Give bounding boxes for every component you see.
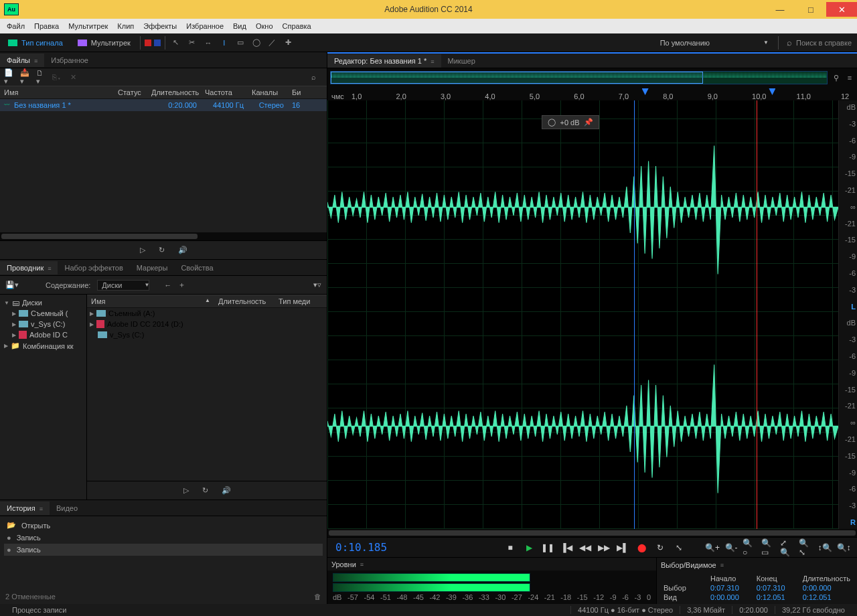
time-select-tool-icon[interactable]: I (216, 35, 232, 51)
search-files-icon[interactable]: ⌕ (311, 73, 316, 81)
record-button[interactable]: ⬤ (633, 540, 649, 555)
brush-tool-icon[interactable]: ／ (264, 35, 281, 51)
sel-end[interactable]: 0:07.310 (757, 584, 796, 592)
menu-file[interactable]: Файл (3, 20, 29, 32)
view-end[interactable]: 0:12.051 (757, 593, 796, 601)
marquee-tool-icon[interactable]: ▭ (232, 35, 248, 51)
mode-waveform[interactable]: Тип сигнала (1, 36, 70, 50)
zoom-full-icon[interactable]: 🔍○ (742, 540, 758, 555)
tab-levels[interactable]: Уровни (331, 560, 356, 568)
tab-markers[interactable]: Маркеры (130, 261, 175, 275)
lasso-tool-icon[interactable]: ◯ (248, 35, 264, 51)
spectral-freq-icon[interactable] (145, 40, 151, 46)
slip-tool-icon[interactable]: ↔ (200, 35, 216, 51)
sel-dur[interactable]: 0:00.000 (803, 584, 850, 592)
help-search[interactable]: ⌕Поиск в справке (781, 37, 857, 48)
skip-selection-button[interactable]: ⤡ (671, 540, 687, 555)
files-scrollbar[interactable] (0, 232, 327, 240)
next-button[interactable]: ▶▌ (615, 540, 631, 555)
maximize-button[interactable]: □ (795, 2, 826, 17)
tab-video[interactable]: Видео (50, 502, 84, 515)
list-item[interactable]: ▶Съемный (A:) (87, 308, 327, 319)
col-duration[interactable]: Длительность (214, 297, 275, 305)
zoom-out-icon[interactable]: 🔍- (723, 540, 739, 555)
tab-effect-rack[interactable]: Набор эффектов (58, 261, 129, 275)
nav-up-icon[interactable]: ＋ (178, 280, 185, 290)
preview-play-icon[interactable]: ▷ (140, 246, 145, 254)
pause-button[interactable]: ❚❚ (540, 540, 556, 555)
zoom-vert-out-icon[interactable]: 🔍↕ (836, 540, 852, 555)
col-bits[interactable]: Би (288, 88, 305, 96)
open-file-icon[interactable]: 📄▾ (4, 72, 13, 82)
close-button[interactable]: ✕ (826, 2, 857, 17)
tree-item[interactable]: ▶Съемный ( (1, 308, 85, 319)
preview-loop-icon[interactable]: ↻ (159, 246, 165, 254)
preview-play-icon[interactable]: ▷ (183, 486, 189, 495)
save-shortcut-icon[interactable]: 💾▾ (5, 281, 19, 289)
tree-item[interactable]: ▼🖴 Диски (1, 297, 85, 308)
zoom-out-point-icon[interactable]: 🔍⤡ (798, 540, 814, 555)
heal-tool-icon[interactable]: ✚ (281, 35, 297, 51)
mode-multitrack[interactable]: Мультитрек (71, 36, 137, 50)
close-file-icon[interactable]: ✕ (68, 72, 78, 82)
history-item[interactable]: ●Запись (4, 532, 323, 544)
zoom-in-point-icon[interactable]: ⤢🔍 (779, 540, 795, 555)
volume-knob-icon[interactable]: ◯ (548, 118, 556, 127)
menu-favorites[interactable]: Избранное (182, 20, 228, 32)
overview-track[interactable]: ⚲ ≡ (327, 68, 857, 87)
rewind-button[interactable]: ◀◀ (577, 540, 593, 555)
move-tool-icon[interactable]: ↖ (168, 35, 184, 51)
channel-view-icon[interactable]: ≡ (845, 73, 854, 82)
zoom-selection-icon[interactable]: 🔍▭ (761, 540, 777, 555)
file-row[interactable]: 〰Без названия 1 * 0:20.000 44100 Гц Стер… (0, 99, 327, 111)
tab-explorer[interactable]: Проводник≡ (0, 261, 58, 275)
tree-item[interactable]: ▶v_Sys (C:) (1, 319, 85, 329)
col-freq[interactable]: Частота (201, 88, 248, 96)
menu-view[interactable]: Вид (229, 20, 250, 32)
tab-editor[interactable]: Редактор: Без названия 1 *≡ (327, 54, 441, 68)
preview-loop-icon[interactable]: ↻ (202, 486, 208, 495)
hud-gain[interactable]: ◯ +0 dB 📌 (542, 115, 599, 129)
prev-button[interactable]: ▐◀ (558, 540, 574, 555)
zoom-in-icon[interactable]: 🔍+ (704, 540, 720, 555)
tab-favorites[interactable]: Избранное (44, 54, 95, 67)
pin-icon[interactable]: 📌 (584, 118, 593, 127)
menu-effects[interactable]: Эффекты (139, 20, 181, 32)
spectral-pitch-icon[interactable] (154, 40, 161, 46)
col-status[interactable]: Статус (114, 88, 147, 96)
history-item[interactable]: ●Запись (4, 544, 323, 556)
col-name[interactable]: Имя ▲ (87, 297, 214, 305)
loop-button[interactable]: ↻ (652, 540, 668, 555)
new-multitrack-icon[interactable]: 🗋▾ (36, 72, 46, 82)
history-item[interactable]: 📂Открыть (4, 519, 323, 532)
preview-autoplay-icon[interactable]: 🔊 (178, 246, 187, 254)
sel-start[interactable]: 0:07.310 (710, 584, 750, 592)
view-start[interactable]: 0:00.000 (710, 593, 750, 601)
timecode-display[interactable]: 0:10.185 (335, 541, 387, 554)
col-duration[interactable]: Длительность (147, 88, 201, 96)
razor-tool-icon[interactable]: ✂ (184, 35, 200, 51)
filter-icon[interactable]: ▾▿ (313, 281, 321, 289)
tree-item[interactable]: ▶Adobe ID C (1, 329, 85, 340)
insert-icon[interactable]: ⎘▾ (52, 72, 62, 82)
stop-button[interactable]: ■ (502, 540, 518, 555)
tab-history[interactable]: История≡ (0, 502, 50, 515)
col-name[interactable]: Имя (0, 88, 114, 96)
menu-edit[interactable]: Правка (30, 20, 63, 32)
nav-back-icon[interactable]: ← (164, 281, 171, 289)
preview-autoplay-icon[interactable]: 🔊 (222, 486, 231, 495)
menu-clip[interactable]: Клип (113, 20, 138, 32)
list-item[interactable]: ▶Adobe ID CC 2014 (D:) (87, 319, 327, 329)
tab-properties[interactable]: Свойства (174, 261, 220, 275)
time-ruler[interactable]: чмс 1,02,03,0 4,05,06,0 7,08,09,0 10,011… (327, 87, 857, 100)
menu-help[interactable]: Справка (279, 20, 315, 32)
minimize-button[interactable]: — (765, 2, 795, 17)
import-icon[interactable]: 📥▾ (20, 72, 29, 82)
content-dropdown[interactable]: Диски (97, 280, 149, 291)
zoom-toggle-icon[interactable]: ⚲ (832, 73, 841, 82)
col-media[interactable]: Тип меди (275, 297, 327, 305)
workspace-dropdown[interactable]: По умолчанию▼ (653, 39, 775, 47)
waveform-display[interactable]: ◯ +0 dB 📌 dB-3-6-9-15-21∞-21-15-9-6-3 L … (327, 100, 857, 529)
zoom-vert-in-icon[interactable]: ↕🔍 (817, 540, 833, 555)
forward-button[interactable]: ▶▶ (596, 540, 612, 555)
